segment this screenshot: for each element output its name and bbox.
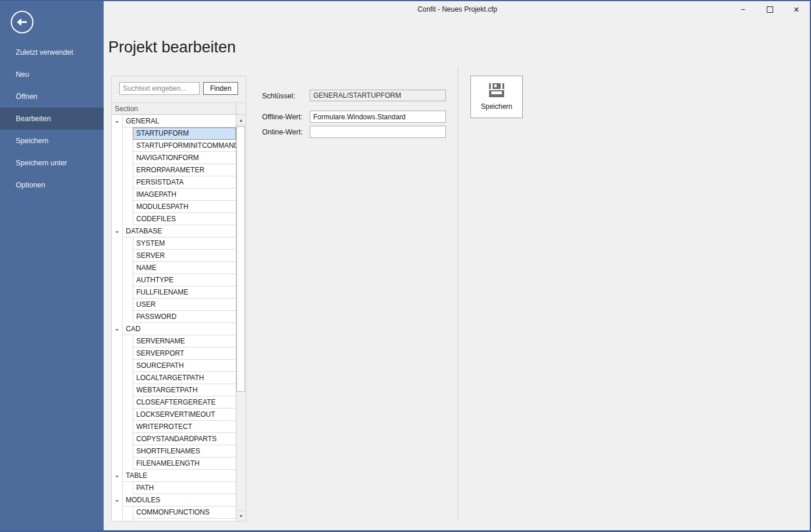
tree-viewport: ⌄GENERALSTARTUPFORMSTARTUPFORMINITCOMMAN…	[112, 115, 236, 521]
tree-row-copystandardparts[interactable]: COPYSTANDARDPARTS	[112, 433, 236, 445]
scroll-up-button[interactable]: ▲	[236, 115, 246, 125]
key-label: Schlüssel:	[262, 92, 295, 100]
tree-row-label: STARTUPFORMINITCOMMAND	[133, 140, 236, 152]
chevron-down-icon[interactable]: ⌄	[112, 494, 122, 506]
back-arrow-icon	[10, 10, 34, 34]
tree-row-path[interactable]: PATH	[112, 482, 236, 494]
tree-row-label: ERRORPARAMETER	[133, 164, 236, 176]
tree-row-label: PERSISTDATA	[133, 176, 236, 189]
tree-row-label: USER	[133, 299, 236, 311]
tree-row-errorparameter[interactable]: ERRORPARAMETER	[112, 164, 236, 176]
tree-row-system[interactable]: SYSTEM	[112, 237, 236, 250]
sidebar-item-speichern-unter[interactable]: Speichern unter	[0, 152, 104, 174]
search-input[interactable]	[119, 82, 200, 95]
save-button-label: Speichern	[481, 102, 512, 111]
tree-rows: ⌄GENERALSTARTUPFORMSTARTUPFORMINITCOMMAN…	[112, 115, 236, 521]
tree-row-label: CAD	[123, 323, 236, 335]
sidebar-item-zuletzt-verwendet[interactable]: Zuletzt verwendet	[0, 41, 104, 63]
tree-row-closeaftergereate[interactable]: CLOSEAFTERGEREATE	[112, 396, 236, 409]
tree-column-header-label: Section	[115, 105, 138, 113]
titlebar[interactable]: Confit - Neues Projekt.cfp − ✕	[104, 0, 811, 19]
tree-row-label: WEBTARGETPATH	[133, 384, 236, 396]
tree-row-label: FILENAMELENGTH	[133, 457, 236, 470]
scroll-down-button[interactable]: ▼	[236, 510, 246, 520]
tree-row-commonfunctions[interactable]: COMMONFUNCTIONS	[112, 506, 236, 519]
tree-row-label: MODULES	[123, 494, 236, 506]
save-button[interactable]: Speichern	[470, 76, 523, 118]
window-title: Confit - Neues Projekt.cfp	[104, 0, 811, 19]
application-window: Confit - Neues Projekt.cfp − ✕ Zuletzt v…	[0, 0, 811, 532]
sidebar-item-neu[interactable]: Neu	[0, 63, 104, 86]
tree-row-label: COMMONFUNCTIONS	[133, 506, 236, 519]
tree-row-table[interactable]: ⌄TABLE	[112, 470, 236, 482]
window-border-top	[0, 0, 811, 1]
tree-row-filenamelength[interactable]: FILENAMELENGTH	[112, 457, 236, 470]
tree-row-writeprotect[interactable]: WRITEPROTECT	[112, 421, 236, 433]
tree-row-name[interactable]: NAME	[112, 262, 236, 274]
tree-row-cad[interactable]: ⌄CAD	[112, 323, 236, 335]
tree-row-startupforminitcommand[interactable]: STARTUPFORMINITCOMMAND	[112, 140, 236, 152]
tree-row-label: SOURCEPATH	[133, 360, 236, 372]
tree-row-startupform[interactable]: STARTUPFORM	[112, 127, 236, 140]
tree-row-label: MODULESPATH	[133, 201, 236, 213]
tree-row-label: WRITEPROTECT	[133, 421, 236, 433]
tree-row-navigationform[interactable]: NAVIGATIONFORM	[112, 152, 236, 164]
vertical-divider	[458, 67, 458, 521]
tree-row-label: SERVERNAME	[133, 335, 236, 347]
tree-row-label: TABLE	[123, 470, 236, 482]
tree-row-password[interactable]: PASSWORD	[112, 311, 236, 323]
sidebar-item-bearbeiten[interactable]: Bearbeiten	[0, 108, 104, 130]
chevron-down-icon[interactable]: ⌄	[112, 115, 122, 127]
sidebar-item-speichern[interactable]: Speichern	[0, 130, 104, 152]
tree-row-fullfilename[interactable]: FULLFILENAME	[112, 286, 236, 299]
back-button[interactable]	[10, 10, 34, 34]
tree-scrollbar[interactable]: ▲ ▼	[236, 115, 246, 521]
tree-row-modulespath[interactable]: MODULESPATH	[112, 201, 236, 213]
maximize-icon	[767, 6, 773, 13]
chevron-down-icon[interactable]: ⌄	[112, 470, 122, 482]
tree-row-shortfilenames[interactable]: SHORTFILENAMES	[112, 445, 236, 457]
window-controls: − ✕	[729, 1, 810, 18]
page-title: Projekt bearbeiten	[108, 38, 236, 56]
scroll-up-icon: ▲	[239, 118, 243, 122]
online-value-field[interactable]	[310, 126, 446, 138]
tree-row-label: PASSWORD	[133, 311, 236, 323]
tree-row-label: STARTUPFORM	[133, 127, 236, 140]
sidebar: Zuletzt verwendetNeuÖffnenBearbeitenSpei…	[0, 0, 104, 532]
tree-row-sourcepath[interactable]: SOURCEPATH	[112, 360, 236, 372]
tree-row-label: LOCKSERVERTIMEOUT	[133, 409, 236, 421]
tree-row-modules[interactable]: ⌄MODULES	[112, 494, 236, 506]
chevron-down-icon[interactable]: ⌄	[112, 323, 122, 335]
tree-row-label: LOCALTARGETPATH	[133, 372, 236, 384]
tree-row-persistdata[interactable]: PERSISTDATA	[112, 176, 236, 189]
tree-row-localtargetpath[interactable]: LOCALTARGETPATH	[112, 372, 236, 384]
tree-row-servername[interactable]: SERVERNAME	[112, 335, 236, 347]
tree-row-server[interactable]: SERVER	[112, 250, 236, 262]
sidebar-menu: Zuletzt verwendetNeuÖffnenBearbeitenSpei…	[0, 41, 104, 196]
scrollbar-thumb[interactable]	[236, 126, 245, 392]
find-button[interactable]: Finden	[203, 82, 238, 95]
tree-row-general[interactable]: ⌄GENERAL	[112, 115, 236, 127]
tree-row-authtype[interactable]: AUTHTYPE	[112, 274, 236, 286]
tree-row-webtargetpath[interactable]: WEBTARGETPATH	[112, 384, 236, 396]
chevron-down-icon[interactable]: ⌄	[112, 225, 122, 237]
close-button[interactable]: ✕	[783, 1, 810, 18]
tree-row-windowsfunctions[interactable]: WINDOWSFUNCTIONS	[112, 519, 236, 521]
minimize-button[interactable]: −	[729, 1, 756, 18]
tree-row-label: SHORTFILENAMES	[133, 445, 236, 457]
tree-row-label: PATH	[133, 482, 236, 494]
tree-row-label: SERVERPORT	[133, 347, 236, 360]
sidebar-item-optionen[interactable]: Optionen	[0, 174, 104, 196]
tree-row-lockservertimeout[interactable]: LOCKSERVERTIMEOUT	[112, 409, 236, 421]
maximize-button[interactable]	[756, 1, 783, 18]
tree-row-serverport[interactable]: SERVERPORT	[112, 347, 236, 360]
sidebar-item-öffnen[interactable]: Öffnen	[0, 86, 104, 108]
tree-row-database[interactable]: ⌄DATABASE	[112, 225, 236, 237]
tree-column-header[interactable]: Section	[112, 102, 246, 115]
tree-row-user[interactable]: USER	[112, 299, 236, 311]
tree-row-imagepath[interactable]: IMAGEPATH	[112, 189, 236, 201]
tree-row-codefiles[interactable]: CODEFILES	[112, 213, 236, 225]
tree-row-label: IMAGEPATH	[133, 189, 236, 201]
offline-value-field[interactable]	[310, 111, 446, 123]
minimize-icon: −	[741, 5, 745, 14]
